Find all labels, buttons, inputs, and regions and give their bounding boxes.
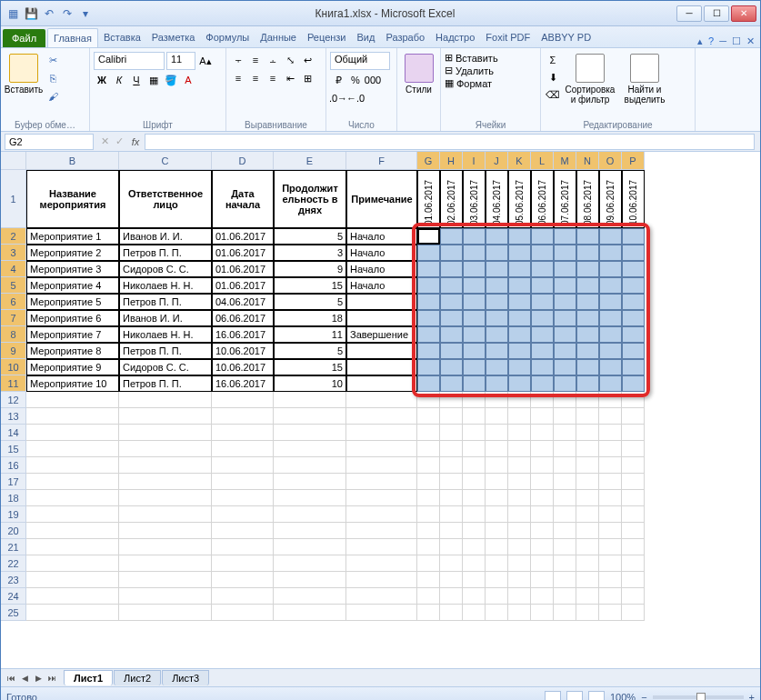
col-header-C[interactable]: C [119,152,212,170]
ribbon-tab-6[interactable]: Вид [352,28,381,47]
wrap-text-icon[interactable]: ↩ [299,52,315,68]
empty-cell[interactable] [531,572,554,588]
empty-cell[interactable] [119,490,212,506]
empty-cell[interactable] [463,605,486,621]
ribbon-tab-2[interactable]: Разметка [146,28,201,47]
empty-cell[interactable] [576,555,599,572]
empty-cell[interactable] [554,457,576,474]
empty-cell[interactable] [417,539,440,555]
empty-cell[interactable] [26,588,119,605]
align-bot-icon[interactable]: ⫠ [265,52,281,68]
empty-cell[interactable] [417,588,440,605]
row-header-13[interactable]: 13 [1,408,26,425]
data-cell[interactable]: 01.06.2017 [212,228,274,245]
empty-cell[interactable] [508,457,531,474]
empty-cell[interactable] [486,539,508,555]
empty-cell[interactable] [622,588,645,605]
gantt-cell[interactable] [554,261,576,277]
clear-icon[interactable]: ⌫ [545,86,561,103]
date-header-cell[interactable]: 04.06.2017 [486,170,508,228]
maximize-button[interactable]: ☐ [704,5,729,22]
gantt-cell[interactable] [599,343,622,359]
date-header-cell[interactable]: 02.06.2017 [440,170,463,228]
empty-cell[interactable] [622,605,645,621]
format-painter-icon[interactable]: 🖌 [45,88,61,105]
empty-cell[interactable] [440,490,463,506]
minimize-button[interactable]: ─ [676,5,702,22]
row-header-18[interactable]: 18 [1,490,26,506]
empty-cell[interactable] [599,539,622,555]
gantt-cell[interactable] [463,326,486,343]
data-cell[interactable] [346,294,417,310]
empty-cell[interactable] [26,539,119,555]
empty-cell[interactable] [119,539,212,555]
row-header-22[interactable]: 22 [1,555,26,572]
data-cell[interactable]: 10 [274,375,346,392]
empty-cell[interactable] [212,572,274,588]
empty-cell[interactable] [486,605,508,621]
empty-cell[interactable] [486,523,508,539]
fill-color-icon[interactable]: 🪣 [163,72,179,88]
empty-cell[interactable] [212,392,274,408]
gantt-cell[interactable] [531,294,554,310]
empty-cell[interactable] [417,408,440,425]
gantt-cell[interactable] [622,228,645,245]
gantt-cell[interactable] [463,228,486,245]
gantt-cell[interactable] [576,326,599,343]
sheet-last-icon[interactable]: ⏭ [45,672,58,685]
fill-icon[interactable]: ⬇ [545,69,561,85]
empty-cell[interactable] [486,474,508,490]
gantt-cell[interactable] [622,375,645,392]
zoom-in-icon[interactable]: + [749,692,755,701]
data-cell[interactable]: Мероприятие 8 [26,343,119,359]
gantt-cell[interactable] [440,294,463,310]
gantt-cell[interactable] [440,359,463,375]
empty-cell[interactable] [417,474,440,490]
empty-cell[interactable] [508,408,531,425]
sheet-tab-Лист3[interactable]: Лист3 [162,670,209,685]
empty-cell[interactable] [531,490,554,506]
sheet-prev-icon[interactable]: ◀ [18,672,31,685]
empty-cell[interactable] [417,523,440,539]
gantt-cell[interactable] [576,261,599,277]
empty-cell[interactable] [212,506,274,523]
data-cell[interactable]: 06.06.2017 [212,310,274,326]
gantt-cell[interactable] [440,261,463,277]
data-cell[interactable]: 10.06.2017 [212,359,274,375]
empty-cell[interactable] [531,588,554,605]
gantt-cell[interactable] [508,359,531,375]
empty-cell[interactable] [417,441,440,457]
empty-cell[interactable] [463,506,486,523]
gantt-cell[interactable] [622,359,645,375]
empty-cell[interactable] [508,474,531,490]
empty-cell[interactable] [486,425,508,441]
empty-cell[interactable] [274,605,346,621]
data-cell[interactable]: 01.06.2017 [212,277,274,294]
gantt-cell[interactable] [440,375,463,392]
data-cell[interactable]: Мероприятие 7 [26,326,119,343]
dec-decimal-icon[interactable]: ←.0 [347,90,364,106]
empty-cell[interactable] [599,474,622,490]
data-cell[interactable]: Начало [346,277,417,294]
gantt-cell[interactable] [508,310,531,326]
close-button[interactable]: ✕ [731,5,756,22]
data-cell[interactable]: 15 [274,277,346,294]
format-button[interactable]: ▦Формат [445,77,492,89]
col-header-D[interactable]: D [212,152,274,170]
empty-cell[interactable] [508,392,531,408]
gantt-cell[interactable] [486,359,508,375]
data-cell[interactable]: 10.06.2017 [212,343,274,359]
empty-cell[interactable] [119,588,212,605]
empty-cell[interactable] [26,474,119,490]
empty-cell[interactable] [274,523,346,539]
gantt-cell[interactable] [531,261,554,277]
col-header-B[interactable]: B [26,152,119,170]
row-header-9[interactable]: 9 [1,343,26,359]
gantt-cell[interactable] [440,245,463,261]
gantt-cell[interactable] [486,228,508,245]
empty-cell[interactable] [622,457,645,474]
data-cell[interactable] [346,343,417,359]
gantt-cell[interactable] [599,375,622,392]
empty-cell[interactable] [440,474,463,490]
empty-cell[interactable] [26,605,119,621]
